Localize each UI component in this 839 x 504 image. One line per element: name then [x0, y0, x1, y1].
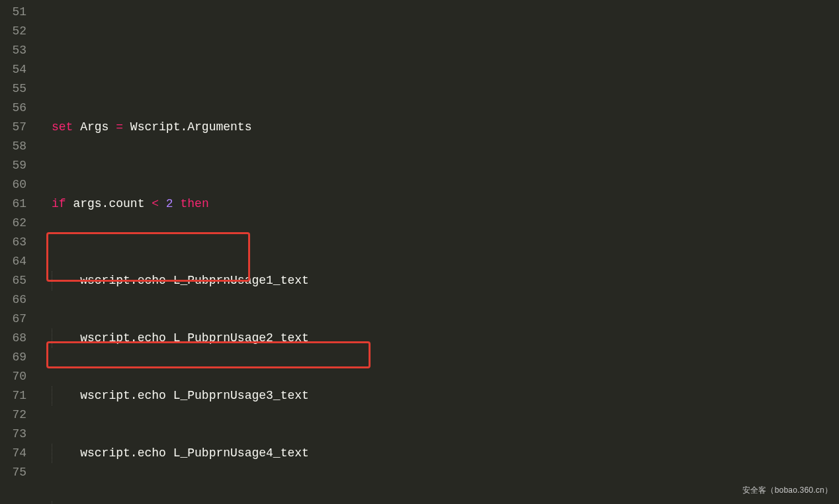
code-line: wscript.echo L_PubprnUsage2_text [52, 329, 595, 348]
line-number: 73 [0, 425, 26, 444]
code-text: wscript.echo L_PubprnUsage1_text [80, 274, 309, 287]
code-text: Wscript.Arguments [123, 120, 251, 134]
code-text: wscript.echo L_PubprnUsage4_text [80, 446, 309, 460]
watermark: 安全客（bobao.360.cn） [742, 481, 832, 500]
line-number: 56 [0, 99, 26, 118]
code-text: wscript.echo L_PubprnUsage2_text [80, 331, 309, 345]
keyword: then [180, 197, 208, 210]
keyword: if [52, 197, 66, 210]
line-number: 65 [0, 271, 26, 290]
line-number: 67 [0, 310, 26, 329]
code-text: Args [73, 120, 116, 134]
line-number: 55 [0, 79, 26, 99]
code-line: wscript.echo L_PubprnUsage5_text [52, 501, 595, 504]
line-number: 69 [0, 348, 26, 367]
line-number: 57 [0, 118, 26, 137]
keyword: set [52, 120, 73, 134]
line-number: 68 [0, 329, 26, 348]
line-number: 75 [0, 463, 26, 482]
code-line: if args.count < 2 then [52, 194, 595, 214]
code-line: wscript.echo L_PubprnUsage3_text [52, 386, 595, 405]
line-number: 64 [0, 252, 26, 271]
line-number: 74 [0, 444, 26, 463]
code-line: wscript.echo L_PubprnUsage4_text [52, 444, 595, 463]
line-number: 70 [0, 367, 26, 386]
line-number: 51 [0, 3, 26, 22]
code-area[interactable]: set Args = Wscript.Arguments if args.cou… [33, 0, 595, 504]
code-line: set Args = Wscript.Arguments [52, 118, 595, 137]
line-number: 72 [0, 405, 26, 425]
operator: = [116, 120, 123, 134]
line-number: 62 [0, 214, 26, 233]
line-number: 60 [0, 175, 26, 194]
line-number: 66 [0, 290, 26, 310]
line-number: 59 [0, 156, 26, 175]
code-text [173, 197, 181, 210]
code-text: wscript.echo L_PubprnUsage3_text [80, 389, 309, 402]
line-number: 52 [0, 22, 26, 41]
code-text [159, 197, 166, 210]
line-number: 71 [0, 386, 26, 405]
code-text: args.count [66, 197, 152, 210]
line-number: 63 [0, 233, 26, 252]
line-number-gutter: 5152535455565758596061626364656667686970… [0, 0, 33, 504]
line-number: 61 [0, 194, 26, 214]
line-number: 54 [0, 60, 26, 79]
operator: < [152, 197, 159, 210]
line-number: 53 [0, 41, 26, 60]
code-line: wscript.echo L_PubprnUsage1_text [52, 271, 595, 290]
number: 2 [166, 197, 173, 210]
code-editor[interactable]: 5152535455565758596061626364656667686970… [0, 0, 839, 504]
code-line [52, 41, 595, 60]
line-number: 58 [0, 137, 26, 156]
